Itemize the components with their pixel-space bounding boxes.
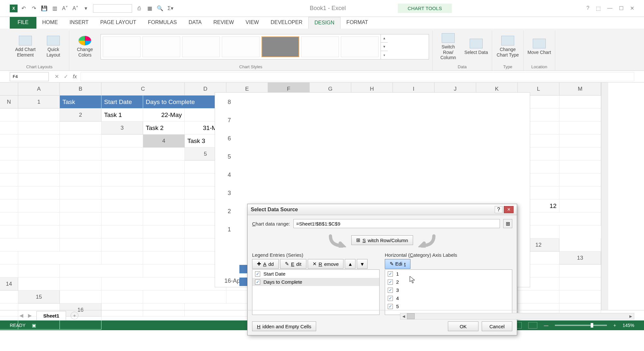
cell-L3[interactable]	[18, 135, 60, 148]
cell-J5[interactable]	[18, 161, 60, 174]
enter-formula-icon[interactable]: ✓	[61, 73, 70, 80]
redo-icon[interactable]: ↷	[29, 4, 38, 13]
cell-A1[interactable]: Task	[60, 96, 101, 109]
dialog-help-icon[interactable]: ?	[495, 206, 503, 213]
page-break-view-icon[interactable]	[528, 322, 537, 329]
category-list[interactable]: ✓1✓2✓3✓4✓5	[385, 269, 512, 315]
qat-dropdown-icon[interactable]: ▾	[81, 4, 90, 13]
ribbon-tab-page-layout[interactable]: PAGE LAYOUT	[94, 17, 142, 29]
ribbon-display-icon[interactable]: ⬚	[596, 5, 601, 11]
cell-L2[interactable]	[0, 122, 18, 135]
ribbon-tab-design[interactable]: DESIGN	[308, 17, 341, 29]
gallery-up-icon[interactable]: ▲	[381, 34, 388, 43]
add-series-button[interactable]: ✚ Add	[252, 259, 279, 269]
cell-F8[interactable]	[0, 200, 18, 213]
name-box[interactable]	[10, 72, 49, 81]
checkbox-icon[interactable]: ✓	[255, 280, 260, 285]
cell-N2[interactable]	[60, 122, 101, 135]
cell-A12[interactable]	[559, 239, 601, 252]
cell-M4[interactable]	[101, 148, 143, 161]
cell-N14[interactable]	[0, 291, 18, 304]
switch-row-column-dialog-button[interactable]: ⊞ Switch Row/Column	[351, 235, 413, 245]
cell-B12[interactable]	[0, 252, 18, 265]
checkbox-icon[interactable]: ✓	[388, 296, 393, 301]
cell-N1[interactable]	[18, 109, 60, 122]
remove-series-button[interactable]: ✕ Remove	[308, 259, 344, 269]
qat-combo[interactable]	[93, 4, 132, 13]
checkbox-icon[interactable]: ✓	[255, 271, 260, 277]
cell-E8[interactable]	[559, 187, 601, 200]
cell-H8[interactable]	[60, 200, 101, 213]
ribbon-tab-view[interactable]: VIEW	[240, 17, 265, 29]
cell-M2[interactable]	[18, 122, 60, 135]
font-decrease-icon[interactable]: A˅	[60, 4, 70, 13]
qat-icon[interactable]: ▥	[50, 4, 59, 13]
sheet-tab-sheet1[interactable]: Sheet1	[36, 311, 66, 320]
cell-M5[interactable]	[143, 161, 185, 174]
row-header-14[interactable]: 14	[0, 278, 18, 291]
chart-style-gallery[interactable]: ▲▼▾	[101, 34, 429, 59]
cell-J6[interactable]	[60, 174, 101, 187]
cell-B1[interactable]: Start Date	[101, 96, 143, 109]
cell-K2[interactable]	[559, 109, 601, 122]
column-header-B[interactable]: B	[60, 83, 101, 96]
checkbox-icon[interactable]: ✓	[388, 304, 393, 309]
close-icon[interactable]: ✕	[630, 5, 634, 11]
ribbon-tab-data[interactable]: DATA	[183, 17, 208, 29]
cell-H7[interactable]	[18, 187, 60, 200]
edit-series-button[interactable]: ✎ Edit	[280, 259, 306, 269]
cell-C12[interactable]	[18, 252, 101, 265]
category-item[interactable]: ✓1	[385, 270, 512, 278]
cell-C15[interactable]	[143, 291, 226, 304]
cell-I8[interactable]	[101, 200, 143, 213]
cell-E11[interactable]	[101, 239, 143, 252]
quick-layout-button[interactable]: Quick Layout	[41, 36, 66, 58]
help-icon[interactable]: ?	[586, 5, 589, 11]
save-icon[interactable]: 💾	[40, 4, 49, 13]
chart-data-range-input[interactable]	[293, 219, 500, 228]
range-select-icon[interactable]: ⊞	[503, 219, 512, 228]
gallery-down-icon[interactable]: ▼	[381, 43, 388, 51]
ribbon-tab-review[interactable]: REVIEW	[208, 17, 240, 29]
cell-H6[interactable]	[0, 174, 18, 187]
cell-C11[interactable]	[0, 239, 60, 252]
cell-F10[interactable]	[60, 226, 101, 239]
sheet-nav-prev-icon[interactable]: ◀	[20, 313, 23, 318]
cell-B13[interactable]	[18, 265, 60, 278]
ribbon-tab-formulas[interactable]: FORMULAS	[142, 17, 183, 29]
maximize-icon[interactable]: ☐	[619, 5, 624, 11]
category-item[interactable]: ✓3	[385, 286, 512, 294]
cell-B2[interactable]: 22-May	[143, 109, 185, 122]
cell-G6[interactable]	[559, 161, 601, 174]
cell-K5[interactable]	[60, 161, 101, 174]
cell-G8[interactable]	[18, 200, 60, 213]
change-chart-type-button[interactable]: Change Chart Type	[495, 36, 520, 58]
add-chart-element-button[interactable]: Add Chart Element	[13, 36, 38, 58]
cell-G9[interactable]	[60, 213, 101, 226]
cell-D13[interactable]	[143, 265, 185, 278]
change-colors-button[interactable]: Change Colors	[73, 36, 97, 58]
qat-icon-6[interactable]: ▦	[145, 4, 154, 13]
cell-E10[interactable]	[18, 226, 60, 239]
horizontal-scrollbar[interactable]: ◀▶	[400, 313, 634, 319]
cell-J3[interactable]	[559, 122, 601, 135]
qat-icon-8[interactable]: Σ▾	[166, 4, 175, 13]
cell-L1[interactable]	[559, 96, 601, 109]
fx-icon[interactable]: fx	[70, 74, 79, 80]
series-list[interactable]: ✓Start Date✓Days to Complete	[252, 269, 380, 315]
cell-H10[interactable]	[143, 226, 185, 239]
cell-J8[interactable]	[143, 200, 185, 213]
cell-F9[interactable]	[18, 213, 60, 226]
cell-L6[interactable]	[143, 174, 185, 187]
move-series-down-button[interactable]: ▼	[357, 259, 368, 269]
checkbox-icon[interactable]: ✓	[388, 280, 393, 285]
edit-axis-labels-button[interactable]: ✎ Edit	[385, 259, 410, 269]
cell-L5[interactable]	[101, 161, 143, 174]
column-header-M[interactable]: M	[559, 83, 601, 96]
cell-B14[interactable]	[60, 278, 101, 291]
ribbon-tab-developer[interactable]: DEVELOPER	[265, 17, 308, 29]
cell-L4[interactable]	[60, 148, 101, 161]
zoom-level[interactable]: 145%	[623, 323, 634, 328]
cell-K3[interactable]	[0, 135, 18, 148]
category-item[interactable]: ✓2	[385, 278, 512, 286]
